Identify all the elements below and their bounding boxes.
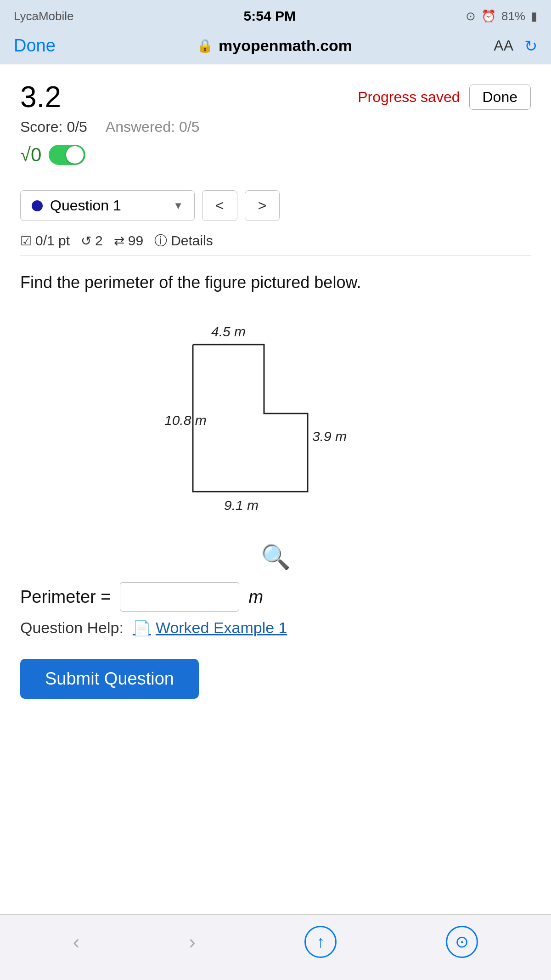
zoom-icon: 🔍 xyxy=(261,544,291,570)
question-selector-label: Question 1 xyxy=(50,197,121,214)
checkbox-icon: ☑ xyxy=(20,233,32,249)
share-button[interactable]: ↑ xyxy=(304,926,337,958)
worked-example-link[interactable]: 📄 Worked Example 1 xyxy=(133,619,287,637)
prev-question-button[interactable]: < xyxy=(202,190,237,221)
perimeter-label: Perimeter = xyxy=(20,587,111,607)
status-bar: LycaMobile 5:54 PM ⊙ ⏰ 81% ▮ xyxy=(0,0,551,30)
score-label: Score: 0/5 xyxy=(20,119,87,136)
score-meta: ☑ 0/1 pt xyxy=(20,233,70,249)
toggle-knob xyxy=(66,146,84,164)
forward-button[interactable]: › xyxy=(189,930,196,953)
time-label: 5:54 PM xyxy=(244,8,296,24)
details-label: Details xyxy=(171,233,213,249)
battery-label: 81% xyxy=(501,9,525,23)
page-content: 3.2 Progress saved Done Score: 0/5 Answe… xyxy=(0,64,551,752)
dim-bottom-label: 9.1 m xyxy=(224,498,259,513)
reload-button[interactable]: ↻ xyxy=(524,37,537,55)
sqrt-symbol: √0 xyxy=(20,144,41,166)
question-meta: ☑ 0/1 pt ↺ 2 ⇄ 99 ⓘ Details xyxy=(20,232,531,249)
compass-button[interactable]: ⊙ xyxy=(446,926,478,958)
math-toggle-row: √0 xyxy=(20,144,531,166)
answer-row: Perimeter = m xyxy=(20,582,531,612)
figure-shape xyxy=(193,345,308,492)
url-text: myopenmath.com xyxy=(219,37,352,55)
info-icon: ⓘ xyxy=(154,232,167,249)
zoom-icon-area: 🔍 xyxy=(20,543,531,571)
browser-done-button[interactable]: Done xyxy=(14,36,56,56)
meta-retries: 2 xyxy=(95,233,103,249)
dim-left-label: 10.8 m xyxy=(164,413,207,428)
attempts-meta: ⇄ 99 xyxy=(114,233,143,249)
browser-controls: AA ↻ xyxy=(494,37,537,55)
header-right: Progress saved Done xyxy=(358,85,531,110)
doc-icon: 📄 xyxy=(133,619,151,637)
undo-icon: ↺ xyxy=(81,233,91,249)
location-icon: ⊙ xyxy=(466,9,476,23)
submit-question-button[interactable]: Submit Question xyxy=(20,659,199,699)
question-text: Find the perimeter of the figure picture… xyxy=(20,270,531,295)
bottom-nav-bar: ‹ › ↑ ⊙ xyxy=(0,914,551,980)
worked-example-label: Worked Example 1 xyxy=(156,619,287,637)
section-title: 3.2 xyxy=(20,81,61,113)
score-row: Score: 0/5 Answered: 0/5 xyxy=(20,119,531,136)
carrier-label: LycaMobile xyxy=(14,9,74,23)
retries-meta: ↺ 2 xyxy=(81,233,103,249)
math-toggle[interactable] xyxy=(49,145,85,165)
battery-group: ⊙ ⏰ 81% ▮ xyxy=(466,9,537,23)
back-button[interactable]: ‹ xyxy=(73,930,80,953)
answered-label: Answered: 0/5 xyxy=(106,119,200,136)
sync-icon: ⇄ xyxy=(114,233,124,249)
alarm-icon: ⏰ xyxy=(481,9,496,23)
question-selector-row: Question 1 ▼ < > xyxy=(20,190,531,221)
page-done-button[interactable]: Done xyxy=(469,85,531,110)
dim-top-label: 4.5 m xyxy=(211,324,246,339)
question-dot-icon xyxy=(32,200,43,211)
dim-right-label: 3.9 m xyxy=(312,429,347,444)
details-meta[interactable]: ⓘ Details xyxy=(154,232,213,249)
meta-attempts: 99 xyxy=(128,233,143,249)
question-dropdown[interactable]: Question 1 ▼ xyxy=(20,190,195,221)
share-icon: ↑ xyxy=(316,932,325,952)
browser-bar: Done 🔒 myopenmath.com AA ↻ xyxy=(0,30,551,64)
lock-icon: 🔒 xyxy=(197,38,213,53)
perimeter-input[interactable] xyxy=(120,582,239,612)
progress-saved-label: Progress saved xyxy=(358,89,460,106)
text-size-button[interactable]: AA xyxy=(494,37,513,54)
meta-score: 0/1 pt xyxy=(35,233,70,249)
question-help-row: Question Help: 📄 Worked Example 1 xyxy=(20,619,531,637)
figure-area: 4.5 m 10.8 m 3.9 m 9.1 m xyxy=(20,317,531,521)
compass-icon: ⊙ xyxy=(455,932,469,952)
divider-2 xyxy=(20,255,531,255)
divider-1 xyxy=(20,179,531,179)
help-label: Question Help: xyxy=(20,619,124,637)
unit-label: m xyxy=(248,587,263,607)
figure-container: 4.5 m 10.8 m 3.9 m 9.1 m xyxy=(156,317,395,521)
figure-svg: 4.5 m 10.8 m 3.9 m 9.1 m xyxy=(156,317,395,519)
header-row: 3.2 Progress saved Done xyxy=(20,81,531,113)
battery-icon: ▮ xyxy=(531,9,537,23)
browser-url: 🔒 myopenmath.com xyxy=(67,37,483,55)
next-question-button[interactable]: > xyxy=(245,190,280,221)
chevron-down-icon: ▼ xyxy=(173,200,183,212)
